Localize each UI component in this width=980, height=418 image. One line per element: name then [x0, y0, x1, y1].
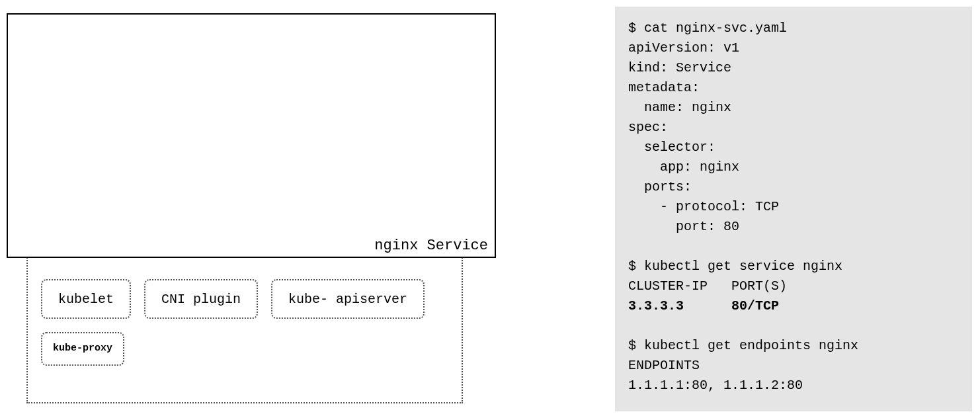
terminal-output: $ cat nginx-svc.yamlapiVersion: v1kind: … [615, 7, 972, 411]
terminal-line [628, 316, 959, 336]
terminal-line: kind: Service [628, 58, 959, 78]
terminal-line: $ kubectl get endpoints nginx [628, 336, 959, 356]
terminal-line: spec: [628, 118, 959, 138]
terminal-line: selector: [628, 138, 959, 157]
terminal-line: metadata: [628, 78, 959, 98]
terminal-line: app: nginx [628, 157, 959, 177]
terminal-line: ports: [628, 177, 959, 197]
component-kube-apiserver: kube- apiserver [271, 279, 425, 319]
terminal-line: CLUSTER-IP PORT(S) [628, 276, 959, 296]
terminal-line: $ kubectl get service nginx [628, 257, 959, 276]
components-row-2: kube-proxy [41, 332, 451, 366]
component-kubelet: kubelet [41, 279, 131, 319]
terminal-line: 3.3.3.3 80/TCP [628, 296, 959, 316]
terminal-line: port: 80 [628, 217, 959, 237]
terminal-line [628, 237, 959, 257]
component-cni-plugin: CNI plugin [144, 279, 258, 319]
service-label: nginx Service [374, 237, 488, 254]
component-kube-proxy: kube-proxy [41, 332, 124, 366]
service-box: nginx Service [7, 13, 496, 258]
architecture-diagram: Node A nginx 1.1.1.1 eth0 nginx 1.1.1.2 … [7, 7, 496, 410]
terminal-line: name: nginx [628, 98, 959, 118]
terminal-line: apiVersion: v1 [628, 38, 959, 58]
terminal-line: - protocol: TCP [628, 197, 959, 217]
node-components: kubelet CNI plugin kube- apiserver kube-… [41, 279, 451, 379]
terminal-line: ENDPOINTS [628, 356, 959, 376]
terminal-line: $ cat nginx-svc.yaml [628, 19, 959, 38]
terminal-line: 1.1.1.1:80, 1.1.1.2:80 [628, 376, 959, 396]
components-row-1: kubelet CNI plugin kube- apiserver [41, 279, 451, 319]
